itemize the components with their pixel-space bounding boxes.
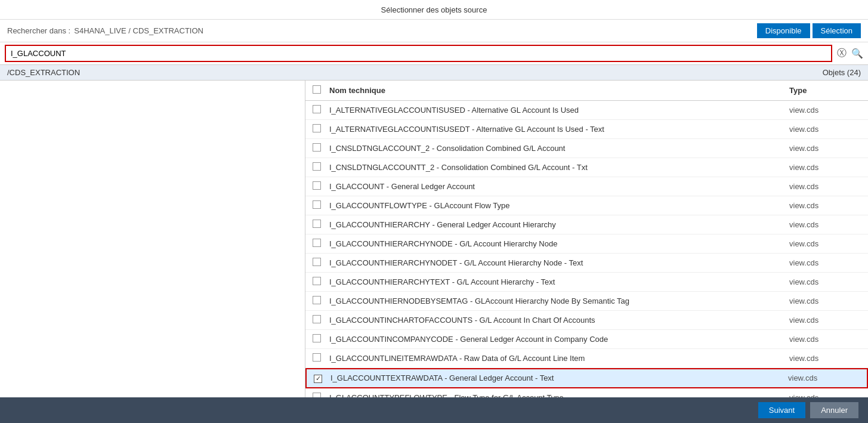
suivant-button[interactable]: Suivant bbox=[758, 402, 805, 418]
row-checkbox-col bbox=[313, 315, 329, 325]
row-checkbox[interactable] bbox=[313, 220, 321, 228]
row-checkbox[interactable] bbox=[313, 200, 321, 209]
row-checkbox-col bbox=[314, 373, 330, 383]
row-checkbox[interactable] bbox=[313, 277, 321, 285]
row-type: view.cds bbox=[789, 163, 861, 172]
row-name: I_ALTERNATIVEGLACCOUNTISUSEDT - Alternat… bbox=[329, 125, 789, 134]
row-checkbox[interactable] bbox=[313, 296, 321, 304]
row-checkbox-col bbox=[313, 220, 329, 230]
right-panel: Nom technique Type I_ALTERNATIVEGLACCOUN… bbox=[305, 81, 868, 397]
row-checkbox[interactable] bbox=[313, 162, 321, 171]
row-name: I_ALTERNATIVEGLACCOUNTISUSED - Alternati… bbox=[329, 106, 789, 115]
row-type: view.cds bbox=[789, 277, 861, 286]
row-checkbox-col bbox=[313, 393, 329, 398]
table-row[interactable]: I_ALTERNATIVEGLACCOUNTISUSED - Alternati… bbox=[305, 101, 868, 120]
main-content: Nom technique Type I_ALTERNATIVEGLACCOUN… bbox=[0, 81, 868, 397]
table-row[interactable]: I_GLACCOUNTTYPEFLOWTYPE - Flow Type for … bbox=[305, 388, 868, 398]
toolbar: Rechercher dans : S4HANA_LIVE / CDS_EXTR… bbox=[0, 20, 868, 42]
row-checkbox-col bbox=[313, 143, 329, 153]
search-path: S4HANA_LIVE / CDS_EXTRACTION bbox=[74, 26, 203, 35]
row-checkbox-col bbox=[313, 124, 329, 134]
table-row[interactable]: I_GLACCOUNTHIERARCHYTEXT - G/L Account H… bbox=[305, 273, 868, 292]
row-checkbox-col bbox=[313, 162, 329, 172]
row-type: view.cds bbox=[789, 106, 861, 115]
table-row[interactable]: I_GLACCOUNTTEXTRAWDATA - General Ledger … bbox=[305, 368, 868, 388]
table-row[interactable]: I_ALTERNATIVEGLACCOUNTISUSEDT - Alternat… bbox=[305, 120, 868, 139]
row-name: I_GLACCOUNTHIERNODEBYSEMTAG - GLAccount … bbox=[329, 297, 789, 305]
row-name: I_GLACCOUNTHIERARCHYNODET - G/L Account … bbox=[329, 258, 789, 267]
search-input[interactable] bbox=[5, 45, 832, 62]
search-bar: Ⓧ 🔍 bbox=[0, 42, 868, 65]
row-checkbox-col bbox=[313, 239, 329, 249]
table-row[interactable]: I_GLACCOUNTINCOMPANYCODE - General Ledge… bbox=[305, 330, 868, 349]
breadcrumb-bar: /CDS_EXTRACTION Objets (24) bbox=[0, 65, 868, 81]
row-name: I_GLACCOUNTINCHARTOFACCOUNTS - G/L Accou… bbox=[329, 316, 789, 325]
row-checkbox[interactable] bbox=[313, 353, 321, 362]
row-type: view.cds bbox=[789, 316, 861, 325]
row-type: view.cds bbox=[789, 144, 861, 153]
row-name: I_CNSLDTNGLACCOUNTT_2 - Consolidation Co… bbox=[329, 163, 789, 172]
row-type: view.cds bbox=[789, 335, 861, 344]
title-text: Sélectionner des objets source bbox=[381, 5, 487, 14]
row-type: view.cds bbox=[789, 201, 861, 210]
row-checkbox[interactable] bbox=[313, 393, 321, 398]
left-panel bbox=[0, 81, 305, 397]
row-checkbox-col bbox=[313, 353, 329, 363]
col-type-header: Type bbox=[789, 86, 861, 95]
selection-button[interactable]: Sélection bbox=[813, 23, 861, 38]
row-checkbox[interactable] bbox=[314, 375, 322, 383]
search-path-label: Rechercher dans : S4HANA_LIVE / CDS_EXTR… bbox=[7, 26, 203, 35]
table-row[interactable]: I_CNSLDTNGLACCOUNT_2 - Consolidation Com… bbox=[305, 139, 868, 158]
row-name: I_GLACCOUNTTEXTRAWDATA - General Ledger … bbox=[330, 373, 788, 382]
row-checkbox[interactable] bbox=[313, 315, 321, 323]
table-row[interactable]: I_GLACCOUNTFLOWTYPE - GLAccount Flow Typ… bbox=[305, 196, 868, 215]
row-name: I_GLACCOUNTTYPEFLOWTYPE - Flow Type for … bbox=[329, 393, 789, 398]
col-name-header: Nom technique bbox=[329, 86, 789, 95]
table-row[interactable]: I_GLACCOUNT - General Ledger Accountview… bbox=[305, 177, 868, 196]
table-row[interactable]: I_CNSLDTNGLACCOUNTT_2 - Consolidation Co… bbox=[305, 158, 868, 177]
table-row[interactable]: I_GLACCOUNTHIERARCHYNODET - G/L Account … bbox=[305, 254, 868, 273]
row-type: view.cds bbox=[789, 354, 861, 363]
row-checkbox-col bbox=[313, 258, 329, 268]
row-type: view.cds bbox=[789, 297, 861, 305]
bottom-bar: Suivant Annuler bbox=[0, 397, 868, 423]
row-checkbox[interactable] bbox=[313, 143, 321, 152]
search-icons: Ⓧ 🔍 bbox=[837, 47, 863, 60]
annuler-button[interactable]: Annuler bbox=[810, 402, 858, 418]
breadcrumb: /CDS_EXTRACTION bbox=[7, 68, 80, 77]
row-name: I_GLACCOUNTHIERARCHYTEXT - G/L Account H… bbox=[329, 277, 789, 286]
row-checkbox[interactable] bbox=[313, 334, 321, 342]
row-type: view.cds bbox=[789, 393, 861, 398]
row-checkbox[interactable] bbox=[313, 181, 321, 190]
table-row[interactable]: I_GLACCOUNTHIERARCHY - General Ledger Ac… bbox=[305, 215, 868, 234]
row-checkbox-col bbox=[313, 296, 329, 306]
row-type: view.cds bbox=[789, 182, 861, 191]
dialog-title: Sélectionner des objets source bbox=[0, 0, 868, 20]
row-checkbox[interactable] bbox=[313, 239, 321, 247]
clear-icon[interactable]: Ⓧ bbox=[837, 47, 847, 60]
row-type: view.cds bbox=[789, 258, 861, 267]
row-checkbox-col bbox=[313, 105, 329, 115]
row-name: I_GLACCOUNTHIERARCHY - General Ledger Ac… bbox=[329, 220, 789, 229]
row-checkbox-col bbox=[313, 181, 329, 192]
table-row[interactable]: I_GLACCOUNTLINEITEMRAWDATA - Raw Data of… bbox=[305, 349, 868, 368]
row-type: view.cds bbox=[789, 239, 861, 248]
header-checkbox[interactable] bbox=[313, 85, 321, 94]
table-row[interactable]: I_GLACCOUNTHIERARCHYNODE - G/L Account H… bbox=[305, 234, 868, 254]
table-row[interactable]: I_GLACCOUNTINCHARTOFACCOUNTS - G/L Accou… bbox=[305, 311, 868, 330]
row-checkbox-col bbox=[313, 200, 329, 211]
search-icon[interactable]: 🔍 bbox=[851, 48, 863, 59]
row-name: I_GLACCOUNT - General Ledger Account bbox=[329, 182, 789, 191]
row-name: I_GLACCOUNTLINEITEMRAWDATA - Raw Data of… bbox=[329, 354, 789, 363]
row-checkbox[interactable] bbox=[313, 258, 321, 266]
row-name: I_CNSLDTNGLACCOUNT_2 - Consolidation Com… bbox=[329, 144, 789, 153]
table-row[interactable]: I_GLACCOUNTHIERNODEBYSEMTAG - GLAccount … bbox=[305, 292, 868, 311]
row-name: I_GLACCOUNTHIERARCHYNODE - G/L Account H… bbox=[329, 239, 789, 248]
objects-count: Objets (24) bbox=[823, 68, 861, 77]
disponible-button[interactable]: Disponible bbox=[757, 23, 810, 38]
row-checkbox[interactable] bbox=[313, 124, 321, 132]
row-checkbox[interactable] bbox=[313, 105, 321, 113]
row-type: view.cds bbox=[788, 373, 860, 382]
row-checkbox-col bbox=[313, 334, 329, 344]
header-check-col bbox=[313, 85, 329, 95]
